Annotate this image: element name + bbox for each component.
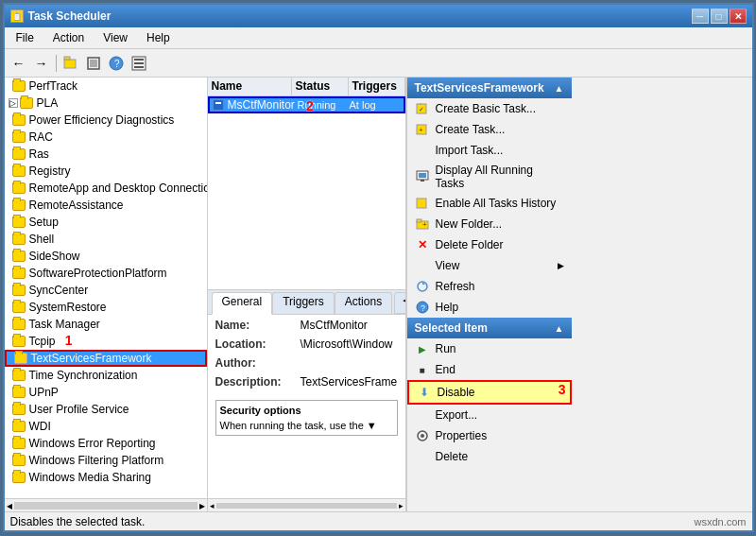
- help-button[interactable]: ?: [106, 53, 127, 74]
- tree-item-remoteapp[interactable]: RemoteApp and Desktop Connections U: [5, 180, 207, 197]
- security-title: Security options: [220, 405, 393, 416]
- tree-item-upnp[interactable]: UPnP: [5, 384, 207, 401]
- action-properties[interactable]: Properties: [407, 425, 572, 446]
- svg-rect-3: [90, 60, 97, 67]
- stop-button[interactable]: [83, 53, 104, 74]
- tasks-button[interactable]: [129, 53, 149, 74]
- delete-icon: [415, 449, 430, 464]
- action-create-basic[interactable]: ✓ Create Basic Task...: [407, 98, 572, 119]
- tab-triggers[interactable]: Triggers: [272, 292, 335, 314]
- tab-actions[interactable]: Actions: [335, 292, 392, 314]
- actions-panel: TextServicesFramework ▲ ✓ Create Basic T…: [406, 78, 572, 511]
- delete-folder-icon: ✕: [415, 237, 430, 252]
- refresh-icon: [415, 279, 430, 294]
- task-icon: [212, 98, 225, 112]
- display-running-icon: [415, 169, 430, 184]
- svg-rect-1: [64, 57, 70, 60]
- tree-item-ped[interactable]: Power Efficiency Diagnostics: [5, 112, 207, 129]
- tree-item-synccenter[interactable]: SyncCenter: [5, 282, 207, 299]
- tree-item-shell[interactable]: Shell: [5, 231, 207, 248]
- folder-icon: [12, 268, 26, 279]
- tree-item-wdi[interactable]: WDI: [5, 418, 207, 435]
- menu-help[interactable]: Help: [139, 29, 178, 46]
- minimize-button[interactable]: ─: [692, 9, 709, 24]
- tree-item-remoteassistance[interactable]: RemoteAssistance: [5, 197, 207, 214]
- expand-icon[interactable]: ▷: [9, 98, 18, 108]
- actions-header-folder[interactable]: TextServicesFramework ▲: [407, 78, 572, 98]
- tree-item-systemrestore[interactable]: SystemRestore: [5, 299, 207, 316]
- view-icon: [415, 258, 430, 273]
- tree-item-taskmanager[interactable]: Task Manager: [5, 316, 207, 333]
- action-delete-folder[interactable]: ✕ Delete Folder: [407, 234, 572, 255]
- tree-item-tcpip[interactable]: Tcpip 1: [5, 333, 207, 350]
- detail-scroll[interactable]: ◂ ▸: [208, 498, 405, 511]
- menu-file[interactable]: File: [9, 29, 42, 46]
- action-disable[interactable]: ⬇ Disable 3: [407, 380, 572, 405]
- tab-general[interactable]: General: [212, 292, 273, 315]
- action-refresh[interactable]: Refresh: [407, 276, 572, 297]
- action-end[interactable]: ■ End: [407, 359, 572, 380]
- detail-tabs: General Triggers Actions ◄ ►: [208, 290, 405, 315]
- folder-icon: [20, 97, 33, 109]
- action-import-task[interactable]: Import Task...: [407, 140, 572, 161]
- actions-section-folder: TextServicesFramework ▲ ✓ Create Basic T…: [407, 78, 572, 318]
- svg-point-28: [421, 434, 424, 438]
- tree-horizontal-scroll[interactable]: ◂ ▸: [5, 498, 207, 511]
- tree-item-wfp[interactable]: Windows Filtering Platform: [5, 452, 207, 469]
- folder-icon: [12, 302, 26, 313]
- tab-more[interactable]: ◄: [394, 292, 405, 314]
- tree-item-setup[interactable]: Setup: [5, 214, 207, 231]
- security-section: Security options When running the task, …: [215, 400, 398, 436]
- menu-view[interactable]: View: [95, 29, 135, 46]
- tree-item-wer[interactable]: Windows Error Reporting: [5, 435, 207, 452]
- action-create-task[interactable]: + Create Task...: [407, 119, 572, 140]
- tree-item-timesync[interactable]: Time Synchronization: [5, 367, 207, 384]
- annotation-2: 2: [306, 98, 314, 113]
- action-delete[interactable]: Delete: [407, 446, 572, 467]
- back-button[interactable]: ←: [9, 53, 29, 74]
- svg-rect-20: [417, 199, 426, 208]
- folder-icon: [12, 387, 26, 398]
- forward-button[interactable]: →: [31, 53, 52, 74]
- svg-rect-18: [419, 173, 426, 178]
- svg-text:+: +: [419, 126, 423, 134]
- tree-item-pla[interactable]: ▷ PLA: [5, 95, 207, 112]
- action-export[interactable]: Export...: [407, 405, 572, 425]
- folder-icon: [12, 80, 26, 92]
- tree-item-perftrack[interactable]: PerfTrack: [5, 78, 207, 95]
- col-triggers: Triggers: [349, 78, 405, 95]
- action-enable-history[interactable]: Enable All Tasks History: [407, 193, 572, 214]
- task-row-msctfmonitor[interactable]: MsCtfMonitor Running At log 2: [208, 96, 405, 113]
- tree-item-wms[interactable]: Windows Media Sharing: [5, 469, 207, 486]
- tree-item-textservices[interactable]: TextServicesFramework: [5, 350, 207, 367]
- detail-location-row: Location: \Microsoft\Window: [215, 337, 398, 353]
- new-folder-icon: +: [415, 216, 430, 232]
- svg-rect-11: [215, 102, 221, 104]
- action-help-folder[interactable]: ? Help: [407, 297, 572, 318]
- actions-header-selected[interactable]: Selected Item ▲: [407, 318, 572, 338]
- tree-item-spp[interactable]: SoftwareProtectionPlatform: [5, 265, 207, 282]
- close-button[interactable]: ✕: [730, 9, 747, 24]
- tree-item-sideshow[interactable]: SideShow: [5, 248, 207, 265]
- tree-item-userprofile[interactable]: User Profile Service: [5, 401, 207, 418]
- folder-icon: [12, 404, 26, 415]
- action-view[interactable]: View ▶: [407, 255, 572, 276]
- tasks-empty-area: [208, 113, 405, 289]
- open-button[interactable]: [60, 53, 81, 74]
- tree-item-registry[interactable]: Registry: [5, 163, 207, 180]
- folder-icon: [12, 165, 26, 177]
- tree-item-ras[interactable]: Ras: [5, 146, 207, 163]
- action-new-folder[interactable]: + New Folder...: [407, 214, 572, 234]
- tree-panel[interactable]: PerfTrack ▷ PLA Power Efficiency Diagnos…: [5, 78, 208, 511]
- action-run[interactable]: ▶ Run: [407, 338, 572, 359]
- maximize-button[interactable]: □: [711, 9, 728, 24]
- annotation-3: 3: [558, 382, 566, 397]
- status-text: Disables the selected task.: [10, 515, 146, 528]
- main-window: 📋 Task Scheduler ─ □ ✕ File Action View …: [3, 3, 754, 532]
- action-display-running[interactable]: Display All Running Tasks: [407, 161, 572, 193]
- tree-item-rac[interactable]: RAC: [5, 129, 207, 146]
- menu-action[interactable]: Action: [45, 29, 92, 46]
- submenu-arrow: ▶: [558, 261, 564, 270]
- folder-icon: [12, 233, 26, 245]
- title-bar-left: 📋 Task Scheduler: [10, 9, 112, 23]
